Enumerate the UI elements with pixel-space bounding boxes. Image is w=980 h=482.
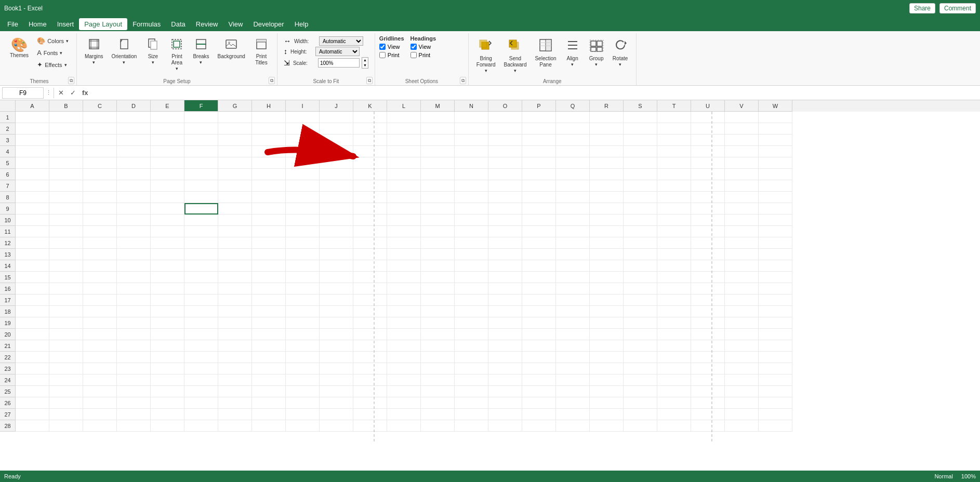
cell-H26[interactable] bbox=[252, 397, 286, 409]
cell-A6[interactable] bbox=[16, 169, 49, 180]
cell-L11[interactable] bbox=[387, 226, 421, 237]
cell-D17[interactable] bbox=[117, 294, 151, 306]
cell-W1[interactable] bbox=[759, 112, 792, 123]
cell-O7[interactable] bbox=[488, 180, 522, 192]
cell-L18[interactable] bbox=[387, 306, 421, 317]
cell-R17[interactable] bbox=[590, 294, 624, 306]
cell-N17[interactable] bbox=[455, 294, 488, 306]
cell-T10[interactable] bbox=[657, 215, 691, 226]
row-number[interactable]: 20 bbox=[0, 329, 16, 340]
cell-N28[interactable] bbox=[455, 420, 488, 432]
cell-O6[interactable] bbox=[488, 169, 522, 180]
cell-T22[interactable] bbox=[657, 352, 691, 363]
cell-B4[interactable] bbox=[49, 146, 83, 157]
cell-B20[interactable] bbox=[49, 329, 83, 340]
col-header-O[interactable]: O bbox=[488, 100, 522, 112]
row-number[interactable]: 9 bbox=[0, 203, 16, 215]
cell-E24[interactable] bbox=[151, 374, 184, 386]
row-number[interactable]: 12 bbox=[0, 237, 16, 249]
cell-W6[interactable] bbox=[759, 169, 792, 180]
cell-M28[interactable] bbox=[421, 420, 455, 432]
cell-B6[interactable] bbox=[49, 169, 83, 180]
cell-W22[interactable] bbox=[759, 352, 792, 363]
cell-S5[interactable] bbox=[624, 157, 657, 169]
cell-E9[interactable] bbox=[151, 203, 184, 215]
cell-M21[interactable] bbox=[421, 340, 455, 352]
cell-L10[interactable] bbox=[387, 215, 421, 226]
cell-O26[interactable] bbox=[488, 397, 522, 409]
cell-N15[interactable] bbox=[455, 272, 488, 283]
cell-A15[interactable] bbox=[16, 272, 49, 283]
menu-review[interactable]: Review bbox=[191, 18, 223, 30]
cell-V25[interactable] bbox=[725, 386, 759, 397]
cell-V1[interactable] bbox=[725, 112, 759, 123]
row-number[interactable]: 11 bbox=[0, 226, 16, 237]
cell-F2[interactable] bbox=[184, 123, 218, 135]
cell-U9[interactable] bbox=[691, 203, 725, 215]
cell-Q19[interactable] bbox=[556, 317, 590, 329]
cell-V5[interactable] bbox=[725, 157, 759, 169]
cell-Q10[interactable] bbox=[556, 215, 590, 226]
cell-J11[interactable] bbox=[320, 226, 353, 237]
cell-M27[interactable] bbox=[421, 409, 455, 420]
cell-L6[interactable] bbox=[387, 169, 421, 180]
cell-T12[interactable] bbox=[657, 237, 691, 249]
cell-U23[interactable] bbox=[691, 363, 725, 374]
cell-H21[interactable] bbox=[252, 340, 286, 352]
cell-K7[interactable] bbox=[353, 180, 387, 192]
cell-F14[interactable] bbox=[184, 260, 218, 272]
cell-G27[interactable] bbox=[218, 409, 252, 420]
col-header-S[interactable]: S bbox=[624, 100, 657, 112]
cell-U25[interactable] bbox=[691, 386, 725, 397]
cell-B19[interactable] bbox=[49, 317, 83, 329]
cell-F25[interactable] bbox=[184, 386, 218, 397]
cell-N3[interactable] bbox=[455, 135, 488, 146]
cell-W4[interactable] bbox=[759, 146, 792, 157]
cell-L27[interactable] bbox=[387, 409, 421, 420]
col-header-B[interactable]: B bbox=[49, 100, 83, 112]
cell-K14[interactable] bbox=[353, 260, 387, 272]
cell-A8[interactable] bbox=[16, 192, 49, 203]
cell-F21[interactable] bbox=[184, 340, 218, 352]
cell-Q11[interactable] bbox=[556, 226, 590, 237]
cell-R3[interactable] bbox=[590, 135, 624, 146]
cell-B1[interactable] bbox=[49, 112, 83, 123]
cell-F8[interactable] bbox=[184, 192, 218, 203]
cell-P1[interactable] bbox=[522, 112, 556, 123]
cell-I3[interactable] bbox=[286, 135, 320, 146]
cell-F11[interactable] bbox=[184, 226, 218, 237]
cell-M1[interactable] bbox=[421, 112, 455, 123]
scale-expand[interactable]: ⧉ bbox=[366, 77, 373, 84]
cell-C19[interactable] bbox=[83, 317, 117, 329]
cell-G23[interactable] bbox=[218, 363, 252, 374]
row-number[interactable]: 10 bbox=[0, 215, 16, 226]
cell-B25[interactable] bbox=[49, 386, 83, 397]
cell-B5[interactable] bbox=[49, 157, 83, 169]
cell-Q17[interactable] bbox=[556, 294, 590, 306]
menu-home[interactable]: Home bbox=[23, 18, 52, 30]
cell-Q13[interactable] bbox=[556, 249, 590, 260]
cell-N6[interactable] bbox=[455, 169, 488, 180]
menu-help[interactable]: Help bbox=[289, 18, 314, 30]
cell-L14[interactable] bbox=[387, 260, 421, 272]
cell-J2[interactable] bbox=[320, 123, 353, 135]
cell-D9[interactable] bbox=[117, 203, 151, 215]
cell-C16[interactable] bbox=[83, 283, 117, 294]
cell-O3[interactable] bbox=[488, 135, 522, 146]
cell-F7[interactable] bbox=[184, 180, 218, 192]
row-number[interactable]: 28 bbox=[0, 420, 16, 432]
cell-M5[interactable] bbox=[421, 157, 455, 169]
cell-H18[interactable] bbox=[252, 306, 286, 317]
cell-P15[interactable] bbox=[522, 272, 556, 283]
cell-U10[interactable] bbox=[691, 215, 725, 226]
cell-C9[interactable] bbox=[83, 203, 117, 215]
cell-L7[interactable] bbox=[387, 180, 421, 192]
spreadsheet-scroll[interactable]: A B C D E F G H I J K L M N O P Q R S T bbox=[0, 100, 980, 478]
cell-I12[interactable] bbox=[286, 237, 320, 249]
cell-H13[interactable] bbox=[252, 249, 286, 260]
cell-M12[interactable] bbox=[421, 237, 455, 249]
cell-R15[interactable] bbox=[590, 272, 624, 283]
cell-R2[interactable] bbox=[590, 123, 624, 135]
share-button[interactable]: Share bbox=[909, 3, 935, 14]
cell-M4[interactable] bbox=[421, 146, 455, 157]
